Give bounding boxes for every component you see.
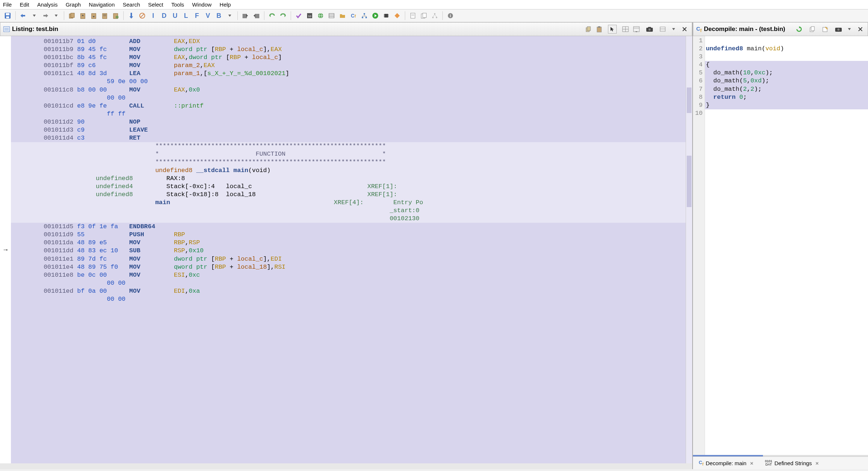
doc1-button[interactable]	[408, 11, 418, 20]
code-line[interactable]: }	[705, 101, 868, 109]
table-button[interactable]	[327, 11, 336, 20]
disassembly-line[interactable]: ff ff	[11, 110, 686, 118]
func-var[interactable]: undefined4 Stack[-0xc]:4 local_c XREF[1]…	[11, 183, 686, 191]
tab-defined-strings[interactable]: 0101DAT Defined Strings ×	[762, 458, 821, 468]
undo-button[interactable]	[267, 11, 277, 20]
play-button[interactable]	[371, 11, 380, 20]
disassembly-line[interactable]: 001011d2 90 NOP	[11, 118, 686, 126]
disassembly-line[interactable]: 001011e4 48 89 75 f0 MOV qword ptr [RBP …	[11, 263, 686, 271]
dedup-button[interactable]	[67, 11, 77, 20]
disassembly-line[interactable]: 59 0e 00 00	[11, 78, 686, 86]
save-button[interactable]	[3, 11, 12, 20]
close-icon[interactable]: ×	[750, 460, 753, 466]
listing-h-scrollbar[interactable]	[0, 463, 692, 469]
doc-nav-button[interactable]	[100, 11, 109, 20]
code-line[interactable]: do_math(5,0xd);	[705, 77, 868, 85]
disassembly-line[interactable]: 001011da 48 89 e5 MOV RBP,RSP	[11, 239, 686, 247]
code-line[interactable]: do_math(10,0xc);	[705, 69, 868, 77]
type-i-button[interactable]: I	[148, 11, 158, 20]
func-signature[interactable]: undefined8 __stdcall main(void)	[11, 167, 686, 175]
cf-button[interactable]: Cf	[349, 11, 358, 20]
disassembly-line[interactable]: 001011bf 89 c6 MOV param_2,EAX	[11, 62, 686, 70]
decompile-body[interactable]: 12345678910 undefined8 main(void) { do_m…	[693, 36, 868, 455]
menu-search[interactable]: Search	[123, 1, 140, 8]
cancel-button[interactable]	[137, 11, 147, 20]
type-dropdown[interactable]	[225, 11, 235, 20]
code-line[interactable]	[705, 37, 868, 45]
code-line[interactable]: return 0;	[705, 93, 868, 101]
menu-file[interactable]: File	[3, 1, 12, 8]
disassembly-line[interactable]: 00 00	[11, 295, 686, 303]
patch-out-button[interactable]	[252, 11, 261, 20]
doc2-button[interactable]	[419, 11, 429, 20]
fields-dropdown[interactable]	[669, 25, 678, 34]
forward-button[interactable]	[40, 11, 50, 20]
disassembly-line[interactable]: 001011c8 b8 00 00 MOV EAX,0x0	[11, 86, 686, 94]
menu-edit[interactable]: Edit	[20, 1, 29, 8]
type-f-button[interactable]: F	[192, 11, 202, 20]
menu-select[interactable]: Select	[148, 1, 163, 8]
disassembly-line[interactable]: 001011d4 c3 RET	[11, 134, 686, 142]
patch-in-button[interactable]	[241, 11, 250, 20]
disassembly-line[interactable]: 001011c1 48 8d 3d LEA param_1,[s_X_+_Y_=…	[11, 70, 686, 78]
tab-decompile[interactable]: Cf Decompile: main ×	[696, 458, 756, 468]
copy-button[interactable]	[584, 25, 593, 34]
disassembly-line[interactable]: 00 00	[11, 279, 686, 287]
layout-button[interactable]	[621, 25, 630, 34]
refresh-button[interactable]	[795, 25, 803, 34]
menu-navigation[interactable]: Navigation	[89, 1, 115, 8]
disassembly-line[interactable]: 001011ed bf 0a 00 MOV EDI,0xa	[11, 287, 686, 295]
decomp-dropdown[interactable]	[845, 25, 854, 34]
doc-gear-button[interactable]	[111, 11, 120, 20]
decomp-snapshot-button[interactable]	[834, 25, 843, 34]
type-b-button[interactable]: B	[214, 11, 224, 20]
func-label[interactable]: main XREF[4]: Entry Po	[11, 199, 686, 207]
menu-tools[interactable]: Tools	[171, 1, 184, 8]
disassembly-line[interactable]: 00 00	[11, 94, 686, 102]
nav-up-button[interactable]	[78, 11, 88, 20]
code-line[interactable]: undefined8 main(void)	[705, 45, 868, 53]
nav-down-button[interactable]	[89, 11, 98, 20]
redo-button[interactable]	[278, 11, 288, 20]
code-line[interactable]	[705, 109, 868, 117]
type-d-button[interactable]: D	[159, 11, 169, 20]
menu-analysis[interactable]: Analysis	[37, 1, 58, 8]
disassembly-line[interactable]: 001011b9 89 45 fc MOV dword ptr [RBP + l…	[11, 46, 686, 54]
layout-dropdown[interactable]	[632, 25, 641, 34]
func-xref[interactable]: 00102130	[11, 215, 686, 223]
folder-button[interactable]	[338, 11, 347, 20]
hierarchy-button[interactable]	[430, 11, 439, 20]
disassembly-line[interactable]: 001011cd e8 9e fe CALL ::printf	[11, 102, 686, 110]
func-var[interactable]: undefined8 Stack[-0x18]:8 local_18 XREF[…	[11, 191, 686, 199]
close-panel-button[interactable]	[680, 25, 689, 34]
menu-graph[interactable]: Graph	[66, 1, 81, 8]
edit-button[interactable]	[821, 25, 830, 34]
snapshot-button[interactable]	[645, 25, 654, 34]
menu-window[interactable]: Window	[192, 1, 212, 8]
export-button[interactable]	[808, 25, 817, 34]
decomp-close-button[interactable]	[856, 25, 865, 34]
disassembly-line[interactable]: 001011e8 be 0c 00 MOV ESI,0xc	[11, 271, 686, 279]
info-button[interactable]: i	[446, 11, 455, 20]
disassembly-line[interactable]: 001011bc 8b 45 fc MOV EAX,dword ptr [RBP…	[11, 54, 686, 62]
chip-button[interactable]	[381, 11, 391, 20]
type-v-button[interactable]: V	[203, 11, 213, 20]
disassembly-line[interactable]: 001011b7 01 d0 ADD EAX,EDX	[11, 38, 686, 46]
back-dropdown[interactable]	[30, 11, 39, 20]
diamond-button[interactable]	[392, 11, 402, 20]
cursor-button[interactable]	[608, 25, 617, 34]
fields-button[interactable]	[658, 25, 667, 34]
forward-dropdown[interactable]	[51, 11, 61, 20]
disassembly-line[interactable]: 001011d5 f3 0f 1e fa ENDBR64	[11, 223, 686, 231]
disassembly-line[interactable]: 001011d3 c9 LEAVE	[11, 126, 686, 134]
code-line[interactable]: do_math(2,2);	[705, 85, 868, 93]
disassembly-line[interactable]: 001011d9 55 PUSH RBP	[11, 231, 686, 239]
check-button[interactable]	[294, 11, 303, 20]
goto-down-button[interactable]	[127, 11, 136, 20]
disassembly-line[interactable]: 001011dd 48 83 ec 10 SUB RSP,0x10	[11, 247, 686, 255]
type-l-button[interactable]: L	[181, 11, 191, 20]
back-button[interactable]	[19, 11, 28, 20]
listing-body[interactable]: 001011b7 01 d0 ADD EAX,EDX 001011b9 89 4…	[11, 36, 686, 463]
globe-button[interactable]	[316, 11, 325, 20]
func-xref[interactable]: _start:0	[11, 207, 686, 215]
